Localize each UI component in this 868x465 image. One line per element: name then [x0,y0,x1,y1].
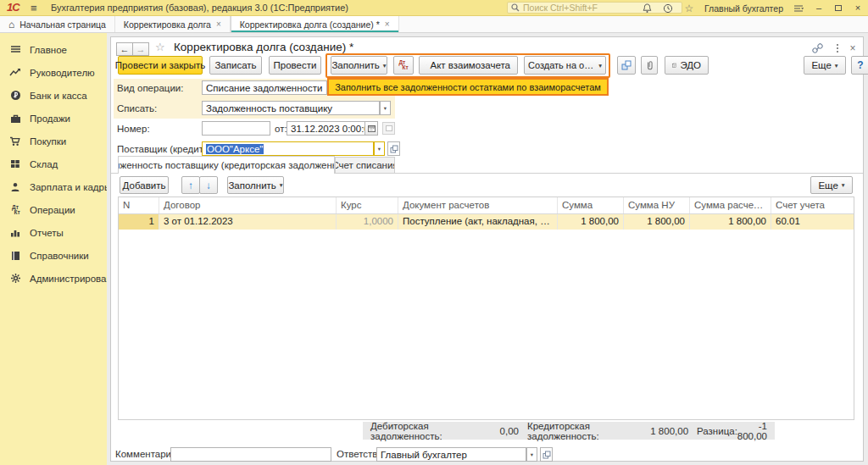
tab-debt-adjustment[interactable]: Корректировка долга × [115,16,231,32]
sidebar-item-operations[interactable]: ДтКт Операции [0,198,107,221]
col-rate[interactable]: Курс [337,197,398,213]
dtkt-icon: ДтКт [398,60,408,70]
related-documents-button[interactable] [617,56,636,75]
sidebar-item-administration[interactable]: Администрирование [0,267,107,290]
forward-button[interactable]: → [132,42,149,56]
tab-home[interactable]: ⌂ Начальная страница [0,16,115,32]
notifications-bell-icon[interactable] [641,3,653,14]
favorites-star-icon[interactable]: ☆ [683,3,695,14]
sidebar-item-purchases[interactable]: Покупки [0,130,107,152]
sidebar-item-main[interactable]: Главное [0,38,107,61]
writeoff-field[interactable]: Задолженность поставщику [202,101,380,115]
cell-account[interactable]: 60.01 [771,214,854,230]
edo-document-icon [672,61,676,70]
tab-close-icon[interactable]: × [385,19,390,29]
date-field[interactable]: 31.12.2023 0:00:00 [287,121,365,136]
grid-fill-button[interactable]: Заполнить▾ [227,176,284,194]
cell-settlement-doc[interactable]: Поступление (акт, накладная, УПД) 000... [398,214,558,230]
supplier-open-icon[interactable] [387,141,400,156]
1c-logo: 1С [7,1,19,14]
writeoff-dropdown-icon[interactable]: ▾ [380,101,391,115]
move-down-button[interactable]: ↓ [199,176,218,194]
comment-field[interactable] [170,447,331,462]
move-up-button[interactable]: ↑ [181,176,200,194]
document-window: ← → ☆ Корректировка долга (создание) * ×… [110,36,864,462]
up-arrow-icon: ↑ [188,180,193,191]
cell-sum[interactable]: 1 800,00 [558,214,624,230]
tab-close-icon[interactable]: × [216,19,221,29]
sidebar-item-salary-hr[interactable]: Зарплата и кадры [0,175,107,198]
col-settlement-doc[interactable]: Документ расчетов [398,197,558,213]
workspace: ← → ☆ Корректировка долга (создание) * ×… [107,33,868,465]
cell-sum-nu[interactable]: 1 800,00 [624,214,690,230]
current-user-label[interactable]: Главный бухгалтер [704,3,783,14]
post-and-close-button[interactable]: Провести и закрыть [118,56,203,75]
difference-label: Разница: [697,426,737,436]
add-row-button[interactable]: Добавить [120,176,169,194]
cell-rate[interactable]: 1,0000 [337,214,398,230]
save-button[interactable]: Записать [209,56,262,75]
grid-more-button[interactable]: Еще▾ [810,176,853,194]
offset-act-button[interactable]: Акт взаимозачета [419,56,518,75]
sidebar-item-manager[interactable]: Руководителю [0,61,107,84]
cell-n[interactable]: 1 [119,214,159,230]
col-sum-nu[interactable]: Сумма НУ [624,197,690,213]
dtkt-button[interactable]: ДтКт [393,56,414,75]
create-based-on-button[interactable]: Создать на основании▾ [524,56,606,75]
history-icon[interactable] [662,3,674,14]
tab-supplier-debt[interactable]: Задолженность поставщику (кредиторская з… [118,156,335,174]
supplier-field[interactable]: ООО"Арксе" [202,141,374,156]
more-menu-dots-icon[interactable] [832,42,843,54]
close-window-button[interactable]: × [853,0,863,16]
panel-settings-icon[interactable] [793,3,804,14]
sidebar-item-warehouse[interactable]: Склад [0,152,107,175]
responsible-field[interactable]: Главный бухгалтер [376,447,526,462]
tab-writeoff-account[interactable]: Счет списания [335,157,395,173]
person-icon [8,181,22,193]
sidebar-item-sales[interactable]: Продажи [0,107,107,130]
sidebar-item-reports[interactable]: Отчеты [0,221,107,244]
col-sum-calc[interactable]: Сумма расчетов [690,197,771,213]
home-icon: ⌂ [8,19,14,30]
col-account[interactable]: Счет учета [771,197,854,213]
sidebar-item-directories[interactable]: Справочники [0,244,107,267]
operation-type-field[interactable]: Списание задолженности [202,80,327,95]
chevron-down-icon: ▾ [280,181,283,189]
chevron-down-icon: ▾ [842,181,845,189]
fill-dropdown-item[interactable]: Заполнить все задолженности остатками по… [329,80,607,94]
more-button[interactable]: Еще▾ [804,56,846,75]
fill-menu-button[interactable]: Заполнить▾ [331,56,387,75]
favorite-star-icon[interactable]: ☆ [155,41,165,53]
cell-sum-calc[interactable]: 1 800,00 [690,214,771,230]
sidebar-item-bank-cash[interactable]: Банк и касса [0,84,107,107]
post-button[interactable]: Провести [269,56,321,75]
trend-icon [8,67,22,79]
document-title: Корректировка долга (создание) * [174,41,353,53]
maximize-button[interactable] [833,0,843,16]
number-field[interactable] [202,121,270,136]
sidebar-label: Склад [30,159,58,169]
close-document-icon[interactable]: × [847,42,859,54]
cell-contract[interactable]: 3 от 01.12.2023 [159,214,337,230]
get-link-icon[interactable] [811,42,823,54]
tab-debt-adjustment-new[interactable]: Корректировка долга (создание) * × [231,16,399,32]
edo-button[interactable]: ЭДО [665,56,709,75]
sidebar-label: Банк и касса [30,91,87,101]
supplier-dropdown-icon[interactable]: ▾ [374,141,385,156]
responsible-dropdown-icon[interactable]: ▾ [526,447,537,462]
difference-value: -1 800,00 [737,421,767,441]
comment-input[interactable] [175,450,327,460]
col-sum[interactable]: Сумма [558,197,624,213]
responsible-open-icon[interactable] [540,447,553,462]
attachments-button[interactable] [641,56,658,75]
calendar-button[interactable] [364,121,378,136]
table-row[interactable]: 1 3 от 01.12.2023 1,0000 Поступление (ак… [119,214,854,230]
help-button[interactable]: ? [851,56,868,75]
back-button[interactable]: ← [116,42,133,56]
sidebar-label: Продажи [30,113,70,124]
minimize-button[interactable]: – [814,0,824,16]
col-n[interactable]: N [119,197,159,213]
main-menu-icon[interactable]: ≡ [31,0,37,16]
col-contract[interactable]: Договор [159,197,337,213]
debt-table: N Договор Курс Документ расчетов Сумма С… [118,197,854,420]
